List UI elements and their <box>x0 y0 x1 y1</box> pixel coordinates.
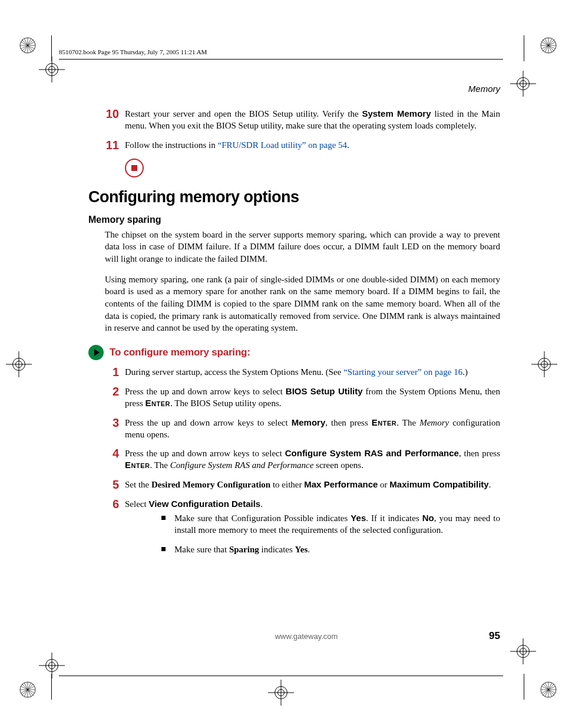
step-number: 2 <box>88 386 125 398</box>
step-number: 6 <box>88 498 125 510</box>
step-number: 4 <box>88 447 125 460</box>
crop-mark-icon <box>540 681 557 699</box>
procedure-title: To configure memory sparing: <box>110 347 250 358</box>
subsection-heading: Memory sparing <box>88 215 500 225</box>
register-mark-icon <box>268 680 294 706</box>
crop-mark-icon <box>19 681 37 699</box>
step-text: Press the up and down arrow keys to sele… <box>125 417 500 441</box>
step-text: Follow the instructions in “FRU/SDR Load… <box>125 139 500 151</box>
step-number: 1 <box>88 366 125 378</box>
step-text: Select View Configuration Details. Make … <box>125 498 500 563</box>
section-heading: Configuring memory options <box>88 188 500 206</box>
running-head: Memory <box>88 84 500 94</box>
bullet-item: Make sure that Sparing indicates Yes. <box>160 543 500 556</box>
crop-mark-icon <box>19 37 37 54</box>
register-mark-icon <box>510 638 536 664</box>
paragraph: The chipset on the system board in the s… <box>105 229 500 265</box>
register-mark-icon <box>39 57 65 83</box>
end-of-procedure-icon <box>125 159 144 177</box>
cross-ref-link[interactable]: “FRU/SDR Load utility” on page 54 <box>218 140 348 150</box>
register-mark-icon <box>39 653 65 678</box>
step-text: Press the up and down arrow keys to sele… <box>125 447 500 472</box>
step-text: Restart your server and open the BIOS Se… <box>125 108 500 132</box>
bullet-item: Make sure that Configuration Possible in… <box>160 512 500 536</box>
prev-procedure-steps: 10 Restart your server and open the BIOS… <box>88 108 500 151</box>
step-text: During server startup, access the System… <box>125 366 500 378</box>
procedure-heading: To configure memory sparing: <box>88 345 500 360</box>
step-number: 3 <box>88 417 125 429</box>
register-mark-icon <box>510 71 536 97</box>
register-mark-icon <box>531 351 557 377</box>
step-number: 10 <box>88 108 125 120</box>
procedure-steps: 1 During server startup, access the Syst… <box>88 366 500 563</box>
play-icon <box>88 345 104 360</box>
paragraph: Using memory sparing, one rank (a pair o… <box>105 274 500 334</box>
page-number: 95 <box>489 630 500 642</box>
step-number: 11 <box>88 139 125 151</box>
crop-mark-icon <box>540 37 557 54</box>
step-text: Set the Desired Memory Configuration to … <box>125 479 500 490</box>
step-number: 5 <box>88 479 125 491</box>
cross-ref-link[interactable]: “Starting your server” on page 16 <box>343 367 462 377</box>
step-text: Press the up and down arrow keys to sele… <box>125 386 500 410</box>
register-mark-icon <box>6 351 32 377</box>
footer-url: www.gateway.com <box>124 632 489 641</box>
book-stamp: 8510702.book Page 95 Thursday, July 7, 2… <box>59 48 207 55</box>
